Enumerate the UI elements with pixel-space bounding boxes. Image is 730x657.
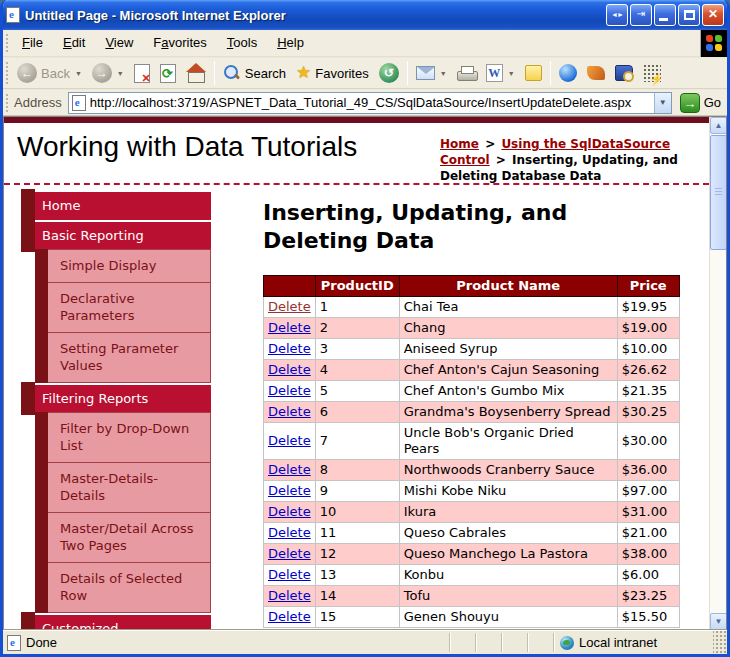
- messenger-button[interactable]: [520, 63, 547, 83]
- resize-grip[interactable]: [713, 631, 727, 654]
- product-name-cell: Chai Tea: [399, 297, 617, 318]
- validate-button[interactable]: [638, 62, 666, 84]
- search-button[interactable]: Search: [218, 62, 291, 84]
- delete-link[interactable]: Delete: [268, 433, 311, 448]
- table-row: Delete 15 Genen Shouyu $15.50: [264, 607, 680, 628]
- table-row: Delete 8 Northwoods Cranberry Sauce $36.…: [264, 460, 680, 481]
- edit-button[interactable]: W ▼: [481, 62, 520, 84]
- menu-item[interactable]: Help: [267, 33, 314, 53]
- edit-dropdown-icon[interactable]: ▼: [508, 70, 515, 77]
- vm-resize-button[interactable]: ◄►: [606, 4, 628, 26]
- sidebar-item[interactable]: Declarative Parameters: [35, 282, 211, 333]
- page-icon: [72, 95, 86, 111]
- back-dropdown-icon[interactable]: ▼: [75, 70, 82, 77]
- sphere-icon: [559, 64, 577, 82]
- mail-dropdown-icon[interactable]: ▼: [440, 70, 447, 77]
- forward-button[interactable]: → ▼: [87, 61, 129, 85]
- menubar-grip[interactable]: [5, 33, 10, 53]
- delete-link[interactable]: Delete: [268, 483, 311, 498]
- product-name-cell: Mishi Kobe Niku: [399, 481, 617, 502]
- sidebar-item[interactable]: Basic Reporting: [35, 222, 211, 250]
- menu-item[interactable]: View: [95, 33, 143, 53]
- sidebar-item[interactable]: Simple Display: [35, 249, 211, 283]
- product-id-cell: 6: [315, 402, 399, 423]
- delete-link[interactable]: Delete: [268, 462, 311, 477]
- vertical-scrollbar[interactable]: ▲ ▼: [709, 117, 726, 630]
- go-button[interactable]: → Go: [680, 93, 721, 113]
- delete-link[interactable]: Delete: [268, 404, 311, 419]
- sidebar-item[interactable]: Details of Selected Row: [35, 562, 211, 613]
- delete-link[interactable]: Delete: [268, 525, 311, 540]
- title-bar[interactable]: Untitled Page - Microsoft Internet Explo…: [0, 0, 730, 30]
- price-cell: $19.95: [617, 297, 679, 318]
- refresh-icon: [160, 64, 176, 83]
- sidebar-item[interactable]: Setting Parameter Values: [35, 332, 211, 383]
- delete-link[interactable]: Delete: [268, 341, 311, 356]
- breadcrumb-home-link[interactable]: Home: [440, 137, 479, 151]
- reference-button[interactable]: [610, 63, 638, 83]
- status-text: Done: [26, 635, 57, 650]
- table-body: Delete 1 Chai Tea $19.95 Delete 2 Chang …: [264, 297, 680, 628]
- book-search-icon: [615, 65, 633, 81]
- delete-link[interactable]: Delete: [268, 362, 311, 377]
- menu-item[interactable]: Edit: [53, 33, 95, 53]
- print-button[interactable]: [452, 64, 481, 83]
- home-button[interactable]: [181, 61, 211, 85]
- sidebar-item[interactable]: Filtering Reports: [35, 385, 211, 413]
- product-id-cell: 7: [315, 423, 399, 460]
- grid-bolt-icon: [643, 64, 661, 82]
- go-arrow-icon: →: [680, 93, 700, 113]
- messenger-sphere-button[interactable]: [554, 62, 582, 84]
- sidebar-item[interactable]: Customized Formatting: [35, 615, 211, 630]
- table-row: Delete 2 Chang $19.00: [264, 318, 680, 339]
- delete-link[interactable]: Delete: [268, 383, 311, 398]
- delete-link[interactable]: Delete: [268, 609, 311, 624]
- scrollbar-thumb[interactable]: [710, 135, 727, 250]
- scroll-up-button[interactable]: ▲: [710, 117, 727, 134]
- toolbar-grip[interactable]: [5, 61, 10, 85]
- back-button[interactable]: ← Back ▼: [12, 61, 87, 85]
- word-icon: W: [486, 64, 503, 82]
- close-button[interactable]: ✕: [702, 4, 724, 26]
- favorites-button[interactable]: ★ Favorites: [291, 62, 374, 84]
- minimize-button[interactable]: [654, 4, 676, 26]
- delete-link[interactable]: Delete: [268, 546, 311, 561]
- price-cell: $36.00: [617, 460, 679, 481]
- forward-dropdown-icon[interactable]: ▼: [117, 70, 124, 77]
- mail-button[interactable]: ▼: [411, 64, 452, 82]
- delete-link[interactable]: Delete: [268, 567, 311, 582]
- delete-link[interactable]: Delete: [268, 588, 311, 603]
- menu-item[interactable]: Tools: [217, 33, 267, 53]
- address-url[interactable]: http://localhost:3719/ASPNET_Data_Tutori…: [90, 95, 654, 110]
- delete-link[interactable]: Delete: [268, 320, 311, 335]
- delete-link[interactable]: Delete: [268, 504, 311, 519]
- history-button[interactable]: ↺: [374, 61, 404, 85]
- main-content: Inserting, Updating, and Deleting Data P…: [263, 199, 693, 628]
- sidebar-item[interactable]: Home: [35, 192, 211, 220]
- stop-button[interactable]: [129, 62, 155, 85]
- delete-link[interactable]: Delete: [268, 299, 311, 314]
- research-button[interactable]: [582, 64, 610, 82]
- sidebar-item[interactable]: Master/Detail Across Two Pages: [35, 512, 211, 563]
- fox-icon: [587, 66, 605, 80]
- table-row: Delete 3 Aniseed Syrup $10.00: [264, 339, 680, 360]
- sidebar-item[interactable]: Filter by Drop-Down List: [35, 412, 211, 463]
- maximize-button[interactable]: [678, 4, 700, 26]
- address-dropdown-button[interactable]: ▼: [654, 93, 671, 113]
- addressbar-grip[interactable]: [5, 93, 10, 112]
- page-title: Inserting, Updating, and Deleting Data: [263, 199, 633, 255]
- table-row: Delete 9 Mishi Kobe Niku $97.00: [264, 481, 680, 502]
- refresh-button[interactable]: [155, 62, 181, 85]
- vm-undock-button[interactable]: ⇥: [630, 4, 652, 26]
- sidebar-item-label: Master/Detail Across Two Pages: [60, 521, 194, 553]
- address-input[interactable]: http://localhost:3719/ASPNET_Data_Tutori…: [68, 92, 672, 114]
- table-row: Delete 6 Grandma's Boysenberry Spread $3…: [264, 402, 680, 423]
- product-id-cell: 5: [315, 381, 399, 402]
- menu-item[interactable]: File: [12, 33, 53, 53]
- sidebar-item[interactable]: Master-Details-Details: [35, 462, 211, 513]
- product-name-cell: Aniseed Syrup: [399, 339, 617, 360]
- menu-item[interactable]: Favorites: [143, 33, 216, 53]
- product-name-cell: Genen Shouyu: [399, 607, 617, 628]
- browser-window: Untitled Page - Microsoft Internet Explo…: [0, 0, 730, 657]
- scroll-down-button[interactable]: ▼: [710, 613, 727, 630]
